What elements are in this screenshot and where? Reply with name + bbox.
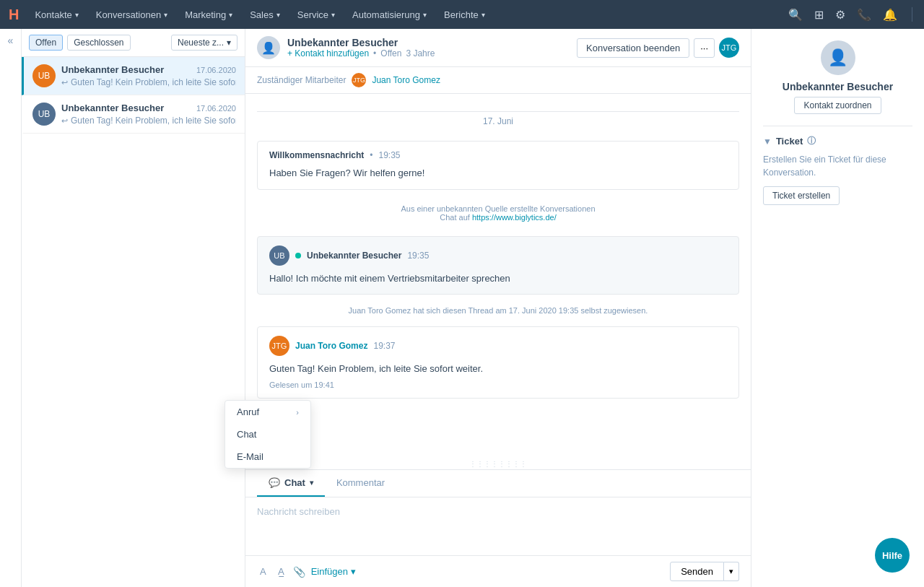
insert-button[interactable]: Einfügen ▾ xyxy=(311,566,356,577)
send-group: Senden ▾ xyxy=(670,562,739,581)
source-note: Aus einer unbekannten Quelle erstellte K… xyxy=(257,199,739,227)
collapse-icon[interactable]: ▼ xyxy=(763,136,772,147)
nav-konversationen[interactable]: Konversationen ▾ xyxy=(89,0,175,29)
agent-avatar: JTG xyxy=(269,336,289,356)
nav-kontakte[interactable]: Kontakte ▾ xyxy=(27,0,85,29)
app-body: « Offen Geschlossen Neueste z... ▾ UB Un… xyxy=(0,29,924,587)
message-time: 19:37 xyxy=(373,341,395,351)
assigned-label: Zuständiger Mitarbeiter xyxy=(257,75,346,85)
visitor-avatar: UB xyxy=(269,245,289,266)
footer-tab-bar: 💬 Chat ▾ Kommentar xyxy=(245,470,751,497)
tab-chat[interactable]: 💬 Chat ▾ xyxy=(257,470,325,497)
message-input-area: Nachricht schreiben xyxy=(245,497,751,555)
message-sender: Willkommensnachricht xyxy=(269,150,364,160)
message-time: 19:35 xyxy=(378,150,400,160)
notifications-icon[interactable]: 🔔 xyxy=(883,8,897,22)
chevron-down-icon: ▾ xyxy=(75,11,79,19)
chevron-right-icon: › xyxy=(296,408,299,417)
sidebar-toggle-button[interactable]: « xyxy=(8,35,14,46)
settings-icon[interactable]: ⚙ xyxy=(835,8,845,22)
dropdown-item-anruf[interactable]: Anruf › xyxy=(225,401,310,423)
nav-automatisierung[interactable]: Automatisierung ▾ xyxy=(345,0,434,29)
send-button[interactable]: Senden xyxy=(670,562,724,581)
online-indicator xyxy=(295,253,301,258)
message-time: 19:35 xyxy=(407,251,429,261)
chevron-down-icon: ▾ xyxy=(331,11,335,19)
chevron-down-icon: ▾ xyxy=(481,11,485,19)
date-separator: 17. Juni xyxy=(257,111,739,126)
nav-marketing[interactable]: Marketing ▾ xyxy=(178,0,240,29)
chevron-down-icon: ▾ xyxy=(351,566,356,577)
visitor-message: UB Unbekannter Besucher 19:35 Hallo! Ich… xyxy=(257,236,739,295)
contact-name: Unbekannter Besucher xyxy=(287,37,435,48)
conversation-item[interactable]: UB Unbekannter Besucher 17.06.2020 ↩ Gut… xyxy=(22,95,245,134)
add-contact-link[interactable]: + Kontakt hinzufügen xyxy=(287,48,369,58)
contact-avatar-large: 👤 xyxy=(821,40,855,75)
conversation-list: UB Unbekannter Besucher 17.06.2020 ↩ Gut… xyxy=(22,57,245,587)
assign-contact-button[interactable]: Kontakt zuordnen xyxy=(794,97,881,114)
help-button[interactable]: Hilfe xyxy=(875,538,910,573)
ticket-description: Erstellen Sie ein Ticket für diese Konve… xyxy=(763,153,912,179)
assigned-agent-name[interactable]: Juan Toro Gomez xyxy=(372,75,440,85)
welcome-message: Willkommensnachricht • 19:35 Haben Sie F… xyxy=(257,141,739,190)
text-format-button-2[interactable]: A̲ xyxy=(275,565,287,578)
apps-icon[interactable]: ⊞ xyxy=(814,8,824,22)
source-link[interactable]: https://www.biglytics.de/ xyxy=(472,213,557,222)
status-badge: Offen xyxy=(380,48,401,58)
filter-open-button[interactable]: Offen xyxy=(29,35,63,51)
text-format-button[interactable]: A xyxy=(257,565,269,578)
agent-name: Juan Toro Gomez xyxy=(295,341,367,351)
conversation-panel: 👤 Unbekannter Besucher + Kontakt hinzufü… xyxy=(245,29,751,587)
filter-bar: Offen Geschlossen Neueste z... ▾ xyxy=(22,29,245,57)
chat-icon: 💬 xyxy=(269,477,280,488)
contact-summary: 👤 Unbekannter Besucher Kontakt zuordnen xyxy=(763,40,912,126)
nav-sales[interactable]: Sales ▾ xyxy=(243,0,287,29)
message-bullet: • xyxy=(370,150,372,160)
reply-icon: ↩ xyxy=(61,78,68,87)
dropdown-item-email[interactable]: E-Mail xyxy=(225,445,310,468)
tab-comment[interactable]: Kommentar xyxy=(325,470,396,497)
ticket-header-label: Ticket xyxy=(776,136,803,147)
end-conversation-button[interactable]: Konversation beenden xyxy=(577,38,689,58)
top-navigation: H Kontakte ▾ Konversationen ▾ Marketing … xyxy=(0,0,924,29)
chat-footer: 💬 Chat ▾ Kommentar Nachricht schreiben A… xyxy=(245,469,751,587)
avatar: UB xyxy=(32,64,56,87)
assigned-worker-bar: Zuständiger Mitarbeiter JTG Juan Toro Go… xyxy=(245,67,751,94)
info-icon: ⓘ xyxy=(807,135,816,147)
hubspot-logo: H xyxy=(9,6,19,23)
user-avatar-small: JTG xyxy=(719,38,739,58)
filter-closed-button[interactable]: Geschlossen xyxy=(67,35,130,51)
conversation-list-panel: Offen Geschlossen Neueste z... ▾ UB Unbe… xyxy=(22,29,245,587)
reply-type-dropdown: Anruf › Chat E-Mail xyxy=(225,400,311,469)
attach-button[interactable]: 📎 xyxy=(293,566,305,578)
nav-icon-group: 🔍 ⊞ ⚙ 📞 🔔 xyxy=(788,7,915,22)
dropdown-item-chat[interactable]: Chat xyxy=(225,423,310,445)
chevron-down-icon: ▾ xyxy=(423,11,427,19)
create-ticket-button[interactable]: Ticket erstellen xyxy=(763,186,840,205)
resize-handle[interactable]: ⋮⋮⋮⋮⋮⋮⋮⋮ xyxy=(245,458,751,469)
search-icon[interactable]: 🔍 xyxy=(788,8,803,22)
reply-icon: ↩ xyxy=(61,116,68,126)
send-dropdown-button[interactable]: ▾ xyxy=(724,562,739,581)
message-text: Hallo! Ich möchte mit einem Vertriebsmit… xyxy=(269,271,727,286)
agent-message: JTG Juan Toro Gomez 19:37 Guten Tag! Kei… xyxy=(257,326,739,399)
nav-berichte[interactable]: Berichte ▾ xyxy=(437,0,492,29)
chevron-down-icon: ▾ xyxy=(227,38,231,48)
sort-button[interactable]: Neueste z... ▾ xyxy=(171,35,237,51)
phone-icon[interactable]: 📞 xyxy=(857,8,871,22)
message-text: Guten Tag! Kein Problem, ich leite Sie s… xyxy=(269,362,727,376)
chevron-down-icon: ▾ xyxy=(229,11,232,19)
chevron-down-icon: ▾ xyxy=(164,11,167,19)
conversation-item[interactable]: UB Unbekannter Besucher 17.06.2020 ↩ Gut… xyxy=(22,57,245,95)
ticket-section: ▼ Ticket ⓘ Erstellen Sie ein Ticket für … xyxy=(763,135,912,205)
visitor-name: Unbekannter Besucher xyxy=(307,251,401,261)
sidebar-toggle-panel: « xyxy=(0,29,22,587)
footer-toolbar: A A̲ 📎 Einfügen ▾ Senden ▾ xyxy=(245,555,751,587)
chevron-down-icon: ▾ xyxy=(310,479,313,487)
contact-name: Unbekannter Besucher xyxy=(783,81,893,92)
read-receipt: Gelesen um 19:41 xyxy=(269,381,727,389)
more-options-button[interactable]: ··· xyxy=(694,38,715,58)
chevron-down-icon: ▾ xyxy=(276,11,280,19)
nav-service[interactable]: Service ▾ xyxy=(290,0,342,29)
avatar: UB xyxy=(32,103,56,126)
